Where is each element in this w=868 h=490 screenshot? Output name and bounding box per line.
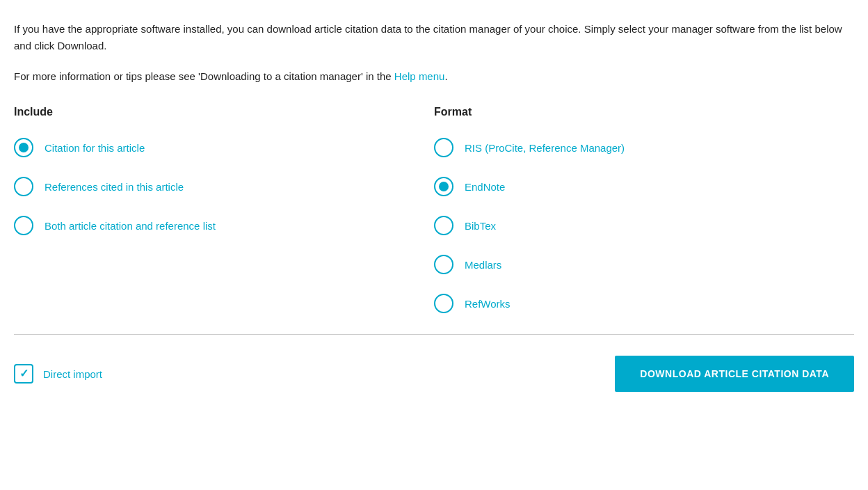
intro-text-2-suffix: . bbox=[444, 70, 447, 82]
include-label-0: Citation for this article bbox=[45, 142, 145, 154]
direct-import-label: Direct import bbox=[43, 368, 102, 380]
format-radio-1[interactable] bbox=[434, 177, 453, 196]
intro-text-2-prefix: For more information or tips please see … bbox=[14, 70, 394, 82]
footer-section: ✓ Direct import DOWNLOAD ARTICLE CITATIO… bbox=[14, 349, 854, 399]
include-label-2: Both article citation and reference list bbox=[45, 220, 216, 232]
include-column: Include Citation for this article Refere… bbox=[14, 106, 434, 313]
format-option-3[interactable]: Medlars bbox=[434, 255, 854, 274]
format-column: Format RIS (ProCite, Reference Manager) … bbox=[434, 106, 854, 313]
main-container: If you have the appropriate software ins… bbox=[0, 0, 868, 413]
format-label-4: RefWorks bbox=[465, 298, 511, 310]
intro-paragraph-2: For more information or tips please see … bbox=[14, 68, 854, 85]
intro-paragraph-1: If you have the appropriate software ins… bbox=[14, 21, 854, 54]
include-radio-1[interactable] bbox=[14, 177, 33, 196]
include-radio-2[interactable] bbox=[14, 216, 33, 235]
help-menu-link[interactable]: Help menu bbox=[394, 70, 445, 82]
format-radio-2[interactable] bbox=[434, 216, 453, 235]
format-header: Format bbox=[434, 106, 854, 118]
checkbox-checkmark-icon: ✓ bbox=[19, 368, 29, 379]
section-divider bbox=[14, 334, 854, 335]
include-radio-0[interactable] bbox=[14, 138, 33, 157]
include-label-1: References cited in this article bbox=[45, 181, 184, 193]
format-option-4[interactable]: RefWorks bbox=[434, 294, 854, 313]
include-header: Include bbox=[14, 106, 434, 118]
format-label-3: Medlars bbox=[465, 259, 501, 271]
options-columns: Include Citation for this article Refere… bbox=[14, 106, 854, 313]
format-label-1: EndNote bbox=[465, 181, 505, 193]
include-option-0[interactable]: Citation for this article bbox=[14, 138, 434, 157]
include-option-1[interactable]: References cited in this article bbox=[14, 177, 434, 196]
include-option-2[interactable]: Both article citation and reference list bbox=[14, 216, 434, 235]
format-radio-4[interactable] bbox=[434, 294, 453, 313]
format-radio-group: RIS (ProCite, Reference Manager) EndNote… bbox=[434, 138, 854, 313]
format-radio-3[interactable] bbox=[434, 255, 453, 274]
format-radio-0[interactable] bbox=[434, 138, 453, 157]
direct-import-section: ✓ Direct import bbox=[14, 364, 102, 384]
download-button[interactable]: DOWNLOAD ARTICLE CITATION DATA bbox=[615, 356, 854, 392]
direct-import-checkbox[interactable]: ✓ bbox=[14, 364, 33, 384]
format-option-0[interactable]: RIS (ProCite, Reference Manager) bbox=[434, 138, 854, 157]
include-radio-group: Citation for this article References cit… bbox=[14, 138, 434, 235]
format-option-1[interactable]: EndNote bbox=[434, 177, 854, 196]
format-label-0: RIS (ProCite, Reference Manager) bbox=[465, 142, 625, 154]
format-option-2[interactable]: BibTex bbox=[434, 216, 854, 235]
format-label-2: BibTex bbox=[465, 220, 496, 232]
intro-text-1: If you have the appropriate software ins… bbox=[14, 23, 842, 52]
